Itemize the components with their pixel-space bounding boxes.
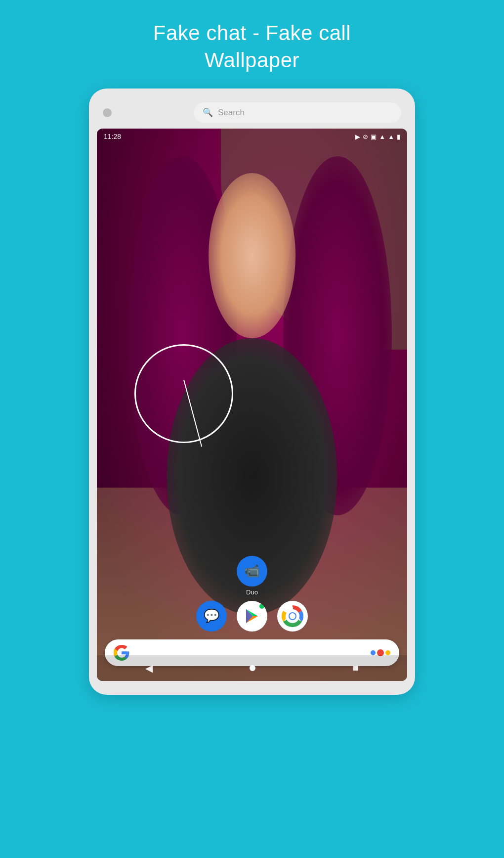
search-bar[interactable]: 🔍 Search: [194, 102, 401, 123]
front-camera: [103, 108, 112, 117]
status-bar: 11:28 ▶ ⊘ ▣ ▲ ▲ ▮: [97, 129, 407, 144]
duo-icon[interactable]: 📹: [237, 556, 267, 587]
touch-indicator: [134, 344, 233, 443]
bottom-app-row: 💬: [196, 601, 308, 632]
sd-icon: ▣: [371, 133, 377, 140]
home-button[interactable]: [250, 665, 255, 671]
search-icon: 🔍: [203, 107, 213, 118]
search-placeholder: Search: [218, 108, 245, 118]
phone-screen: 11:28 ▶ ⊘ ▣ ▲ ▲ ▮ 📹 Duo: [97, 129, 407, 680]
battery-icon: ▮: [397, 133, 400, 140]
video-camera-icon: 📹: [244, 563, 260, 579]
duo-label: Duo: [246, 588, 258, 596]
signal-icon: ▲: [388, 133, 394, 140]
app-dock: 📹 Duo 💬: [97, 556, 407, 632]
status-icons: ▶ ⊘ ▣ ▲ ▲ ▮: [355, 133, 400, 140]
messages-app[interactable]: 💬: [196, 601, 227, 632]
chrome-icon: [282, 605, 303, 627]
playstore-app[interactable]: [237, 601, 267, 632]
phone-top-bar: 🔍 Search: [97, 98, 407, 129]
back-button[interactable]: ◀: [145, 662, 153, 674]
phone-frame: 🔍 Search 11:28 ▶ ⊘ ▣ ▲ ▲ ▮: [89, 89, 415, 694]
nav-bar: ◀ ■: [97, 655, 407, 681]
messages-icon: 💬: [204, 608, 219, 624]
duo-app[interactable]: 📹 Duo: [237, 556, 267, 596]
notification-dot: [258, 603, 265, 610]
playstore-icon: [243, 607, 261, 625]
dnd-icon: ⊘: [363, 133, 368, 140]
play-icon: ▶: [355, 133, 360, 140]
chrome-app[interactable]: [277, 601, 308, 632]
svg-point-7: [290, 613, 295, 619]
recents-button[interactable]: ■: [353, 662, 359, 674]
wifi-icon: ▲: [379, 133, 385, 140]
status-time: 11:28: [104, 133, 121, 140]
app-title: Fake chat - Fake call Wallpaper: [153, 20, 351, 74]
touch-line: [183, 380, 202, 447]
